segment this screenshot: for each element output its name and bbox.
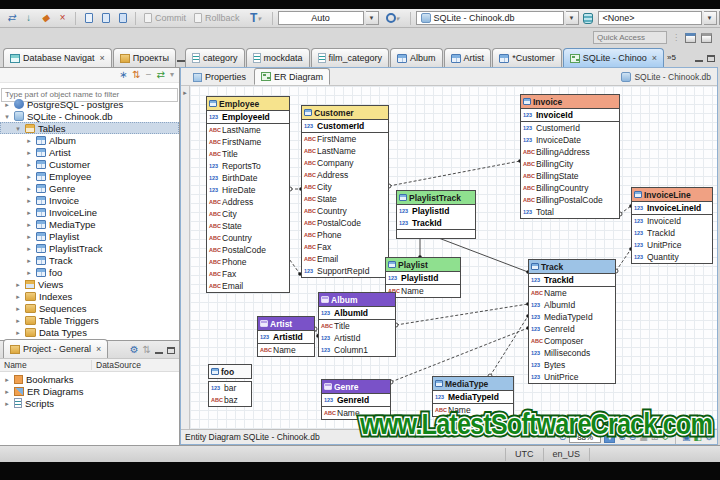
er-column-birthdate[interactable]: 123BirthDate (207, 172, 289, 184)
schema-dropdown-icon[interactable] (704, 11, 717, 25)
connection-combo[interactable]: SQLite - Chinook.db (416, 11, 564, 25)
tree-item-postgresql-postgres[interactable]: ▸PostgreSQL - postgres (0, 98, 179, 110)
commit-mode-combo[interactable]: Auto (278, 11, 364, 25)
expand-icon[interactable]: ▸ (14, 293, 22, 300)
er-column-customerid[interactable]: 123CustomerId (521, 122, 619, 134)
view-tab-проекты[interactable]: Проекты (113, 48, 176, 67)
er-column-company[interactable]: ABCCompany (302, 157, 388, 169)
editor-tab-film-category[interactable]: film_category (311, 48, 390, 67)
expand-icon[interactable]: ▸ (25, 137, 33, 144)
tree-item-sequences[interactable]: ▸Sequences (0, 302, 179, 314)
column-header-name[interactable]: Name (0, 360, 92, 370)
er-column-state[interactable]: ABCState (302, 193, 388, 205)
expand-icon[interactable]: ▸ (25, 245, 33, 252)
er-table-playlist[interactable]: Playlist123PlaylistIdABCName (385, 257, 461, 298)
er-column-mediatypeid[interactable]: 123MediaTypeId (529, 311, 615, 323)
expand-icon[interactable]: ▸ (25, 149, 33, 156)
open-sql-editor-icon[interactable] (98, 11, 113, 26)
view-menu-icon[interactable] (170, 71, 174, 79)
er-table-track[interactable]: Track123TrackIdABCName123AlbumId123Media… (528, 259, 616, 384)
diagram-canvas[interactable]: Employee123EmployeeIdABCLastNameABCFirst… (190, 86, 717, 429)
er-column-invoiceid[interactable]: 123InvoiceId (632, 215, 712, 227)
er-column-unitprice[interactable]: 123UnitPrice (529, 371, 615, 383)
er-column-city[interactable]: ABCCity (302, 181, 388, 193)
tree-item-customer[interactable]: ▸Customer (0, 158, 179, 170)
expand-icon[interactable]: ▸ (3, 101, 11, 108)
er-column-country[interactable]: ABCCountry (207, 232, 289, 244)
expand-icon[interactable]: ▸ (25, 185, 33, 192)
expand-icon[interactable]: ▸ (25, 161, 33, 168)
editor-tab-album[interactable]: Album (390, 48, 443, 67)
er-column-genreid[interactable]: 123GenreId (529, 323, 615, 335)
new-sql-editor-icon[interactable] (81, 11, 96, 26)
tree-item-views[interactable]: ▸Views (0, 278, 179, 290)
er-column-customerid[interactable]: 123CustomerId (302, 120, 388, 132)
er-table-playlisttrack[interactable]: PlaylistTrack123PlaylistId123TrackId (396, 190, 476, 239)
er-column-total[interactable]: 123Total (521, 206, 619, 218)
er-table-artist[interactable]: Artist123ArtistIdABCName (257, 316, 315, 357)
rollback-button[interactable]: Rollback (191, 10, 243, 26)
er-column-firstname[interactable]: ABCFirstName (207, 136, 289, 148)
er-column-albumid[interactable]: 123AlbumId (319, 307, 395, 319)
collapse-icon[interactable]: ▾ (14, 125, 22, 132)
er-table-invoiceline[interactable]: InvoiceLine123InvoiceLineId123InvoiceId1… (631, 187, 713, 264)
collapse-all-icon[interactable]: − (146, 70, 152, 80)
tree-item-sqlite-chinook-db[interactable]: ▾SQLite - Chinook.db (0, 110, 179, 122)
commit-diff-icon[interactable]: ◆ (38, 11, 53, 26)
expand-icon[interactable]: ▸ (3, 388, 11, 395)
minimize-project-icon[interactable] (155, 347, 163, 354)
quick-access-input[interactable] (593, 31, 667, 44)
er-column-phone[interactable]: ABCPhone (302, 229, 388, 241)
project-item-scripts[interactable]: ▸Scripts (0, 397, 179, 409)
editor-tab-artist[interactable]: Artist (444, 48, 492, 67)
er-column-title[interactable]: ABCTitle (319, 320, 395, 332)
expand-icon[interactable]: ▸ (14, 281, 22, 288)
tree-item-data-types[interactable]: ▸Data Types (0, 326, 179, 338)
tree-item-invoice[interactable]: ▸Invoice (0, 194, 179, 206)
expand-icon[interactable]: ▸ (25, 233, 33, 240)
er-column-name[interactable]: ABCName (258, 344, 314, 356)
er-column-billingaddress[interactable]: ABCBillingAddress (521, 146, 619, 158)
expand-icon[interactable]: ▸ (25, 209, 33, 216)
tree-item-playlist[interactable]: ▸Playlist (0, 230, 179, 242)
er-column-employeeid[interactable]: 123EmployeeId (207, 111, 289, 123)
er-column-lastname[interactable]: ABCLastName (302, 145, 388, 157)
er-column-postalcode[interactable]: ABCPostalCode (207, 244, 289, 256)
expand-icon[interactable]: ▸ (14, 317, 22, 324)
dbeaver-perspective-icon[interactable] (701, 33, 712, 43)
er-column-email[interactable]: ABCEmail (302, 253, 388, 265)
rollback-diff-icon[interactable]: × (55, 11, 70, 26)
connect-icon[interactable]: ∗ (119, 70, 127, 80)
er-column-playlistid[interactable]: 123PlaylistId (397, 205, 475, 217)
tree-item-tables[interactable]: ▾Tables (0, 122, 179, 134)
er-column-composer[interactable]: ABCComposer (529, 335, 615, 347)
er-column-title[interactable]: ABCTitle (207, 148, 289, 160)
tree-item-foo[interactable]: ▸foo (0, 266, 179, 278)
tree-item-mediatype[interactable]: ▸MediaType (0, 218, 179, 230)
close-tab-icon[interactable]: × (96, 345, 101, 354)
er-column-invoicelineid[interactable]: 123InvoiceLineId (632, 202, 712, 214)
er-column-reportsto[interactable]: 123ReportsTo (207, 160, 289, 172)
er-column-phone[interactable]: ABCPhone (207, 256, 289, 268)
er-column-trackid[interactable]: 123TrackId (632, 227, 712, 239)
er-column-billingcity[interactable]: ABCBillingCity (521, 158, 619, 170)
er-column-firstname[interactable]: ABCFirstName (302, 133, 388, 145)
tree-item-genre[interactable]: ▸Genre (0, 182, 179, 194)
collapse-icon[interactable]: ▾ (3, 113, 11, 120)
er-column-unitprice[interactable]: 123UnitPrice (632, 239, 712, 251)
recent-sql-editor-icon[interactable] (115, 11, 130, 26)
tree-item-invoiceline[interactable]: ▸InvoiceLine (0, 206, 179, 218)
expand-icon[interactable]: ▸ (3, 376, 11, 383)
er-column-bar[interactable]: 123bar (209, 382, 251, 394)
er-column-trackid[interactable]: 123TrackId (529, 274, 615, 286)
close-tab-icon[interactable]: × (652, 54, 657, 63)
hidden-tabs-indicator[interactable]: »5 (667, 53, 676, 62)
er-column-artistid[interactable]: 123ArtistId (319, 332, 395, 344)
expand-icon[interactable]: ▸ (25, 197, 33, 204)
close-tab-icon[interactable]: × (100, 54, 105, 63)
er-table-customer[interactable]: Customer123CustomerIdABCFirstNameABCLast… (301, 105, 389, 278)
tree-item-indexes[interactable]: ▸Indexes (0, 290, 179, 302)
minimize-editor-icon[interactable] (695, 55, 703, 62)
er-column-name[interactable]: ABCName (386, 285, 460, 297)
pull-changes-icon[interactable]: ↓ (21, 11, 36, 26)
